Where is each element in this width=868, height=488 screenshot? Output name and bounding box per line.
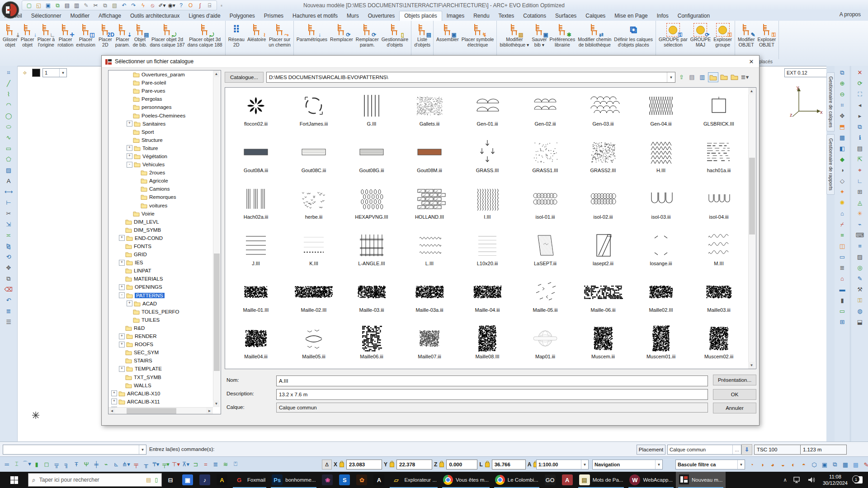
search-input[interactable]: ⌕ Taper ici pour rechercher ▤ ▯: [28, 473, 162, 487]
pattern-file-lasept-iii[interactable]: LaSEPT.iii: [516, 230, 574, 277]
cut-icon[interactable]: ✂: [91, 1, 100, 9]
menu-tab-configuration[interactable]: Configuration: [673, 11, 714, 21]
undo-icon[interactable]: ↶: [120, 1, 128, 9]
wall-double-icon[interactable]: ⌶: [12, 459, 22, 469]
pattern-file-grass2-iii[interactable]: GRASS2.III: [574, 137, 632, 183]
ribbon-button-exploser[interactable]: ⚿Exploser groupe: [712, 22, 733, 48]
length-field[interactable]: 36.766: [492, 460, 526, 469]
chevron-down-icon[interactable]: ▼: [59, 69, 66, 77]
scroll-right-icon[interactable]: ►: [206, 408, 213, 414]
clock[interactable]: 11:08 30/12/2024: [819, 474, 851, 487]
menu-tab-textes[interactable]: Textes: [494, 11, 519, 21]
pattern-file-i-iii[interactable]: I.III: [458, 183, 516, 230]
wall-free-icon[interactable]: ◻: [42, 459, 52, 469]
lights-icon[interactable]: ✺: [837, 198, 847, 207]
pattern-file-herbe-iii[interactable]: herbe.iii: [285, 183, 343, 230]
tree-item-pare-soleil[interactable]: Pare-soleil: [108, 79, 221, 87]
pattern-file-maille-03-iii[interactable]: Maille-03.iii: [343, 277, 401, 323]
volume-icon[interactable]: [805, 472, 819, 488]
menu-tab-cotations[interactable]: Cotations: [519, 11, 551, 21]
tree-item-end-cond[interactable]: +END-COND: [108, 234, 221, 242]
folder-search-icon[interactable]: [719, 72, 729, 81]
pattern-file-gen-01-iii[interactable]: Gen-01.iii: [458, 90, 516, 137]
beam-icon[interactable]: ▭: [837, 306, 847, 316]
highlight-icon[interactable]: O: [186, 1, 195, 9]
app-explorer[interactable]: ▱Explorateur ...: [387, 472, 440, 488]
layer-manager-tab[interactable]: Gestionnaire de calques: [826, 72, 835, 131]
expand-plus-icon[interactable]: +: [111, 399, 117, 404]
snap-node-icon[interactable]: ◒: [778, 460, 788, 469]
next-view-icon[interactable]: ▸: [855, 111, 865, 121]
task-view[interactable]: ⊟: [162, 472, 179, 488]
track-icon[interactable]: ⌁: [855, 220, 865, 229]
scrollbar-thumb[interactable]: [749, 158, 755, 235]
info-panel-icon[interactable]: ℹ: [855, 133, 865, 142]
menu-tab-affichage[interactable]: Affichage: [94, 11, 126, 21]
filter-select[interactable]: Bascule filtre ca▼: [675, 460, 745, 469]
ribbon-button-placer-[interactable]: ∟Placer à l'origine: [36, 22, 57, 48]
tree-item-vehicules[interactable]: -Vehicules: [108, 160, 221, 169]
pattern-file-maille05-iii[interactable]: Maille05.iii: [285, 323, 343, 369]
pen-tools-icon[interactable]: ✐▾: [158, 1, 166, 9]
presentation-button[interactable]: Présentation...: [713, 375, 756, 385]
pattern-file-gallets-iii[interactable]: Gallets.iii: [401, 90, 458, 137]
scroll-left-icon[interactable]: ◄: [108, 408, 115, 414]
move-icon[interactable]: ✥: [4, 263, 14, 272]
pattern-file-h-iii[interactable]: H.III: [632, 137, 690, 183]
wall-close-icon[interactable]: ⊐: [191, 459, 201, 469]
run-macro-icon[interactable]: ϟ: [139, 1, 147, 9]
clean-screen-icon[interactable]: ⬓: [855, 317, 865, 327]
wall-axis-icon[interactable]: ╥: [141, 459, 151, 469]
dimension-icon[interactable]: ⟷: [4, 187, 14, 197]
y-coordinate[interactable]: 22.378: [396, 460, 432, 469]
polar-icon[interactable]: ✳: [855, 209, 865, 218]
catalogue-button[interactable]: Catalogue...: [225, 72, 264, 83]
wall-mode-icon[interactable]: ⊤▾: [171, 459, 181, 469]
tree-item-walls[interactable]: WALLS: [108, 381, 221, 389]
menu-tab-ouvertures[interactable]: Ouvertures: [363, 11, 399, 21]
pattern-file-maille-05-iii[interactable]: Maille-05.iii: [516, 277, 574, 323]
tree-item-txt-symb[interactable]: TXT_SYMB: [108, 373, 221, 381]
mode-select[interactable]: Navigation▼: [592, 460, 663, 469]
app-amazon-music[interactable]: ♪: [196, 472, 213, 488]
grid-b-icon[interactable]: ▩: [851, 460, 861, 469]
tree-item-materials[interactable]: MATERIALS: [108, 275, 221, 283]
tree-item-sport[interactable]: Sport: [108, 128, 221, 136]
ribbon-button-objet[interactable]: ▤Objet de bib.: [132, 22, 149, 48]
lock-icon[interactable]: [485, 462, 490, 467]
tree-item-remorques[interactable]: Remorques: [108, 193, 221, 201]
pattern-file-gout08g-iii[interactable]: Gout08G.iii: [343, 137, 401, 183]
offset-icon[interactable]: ≍: [4, 230, 14, 240]
view-iso-icon[interactable]: ◆: [837, 155, 847, 164]
app-arcplus[interactable]: Nouveau m...: [676, 472, 726, 488]
ribbon-button-gestionnaire[interactable]: ▯Gestionnaire d'objets: [380, 22, 410, 48]
wall-info-icon[interactable]: ⍞: [231, 459, 241, 469]
view-top-icon[interactable]: ▦: [837, 133, 847, 142]
ribbon-button-groupe-par[interactable]: ⚿GROUPE par sélection: [657, 22, 689, 48]
draw-line-icon[interactable]: ╱: [4, 79, 14, 88]
qat-overflow-icon[interactable]: ⹀: [221, 2, 222, 9]
expand-plus-icon[interactable]: +: [127, 145, 132, 151]
expand-plus-icon[interactable]: +: [119, 260, 125, 266]
menu-tab-murs[interactable]: Murs: [342, 11, 363, 21]
collapse-minus-icon[interactable]: -: [127, 162, 132, 168]
tree-item-dim-levl[interactable]: DIM_LEVL: [108, 218, 221, 226]
ribbon-button-al-atoire[interactable]: ≀Aléatoire: [246, 22, 267, 43]
lock-icon[interactable]: [390, 462, 394, 467]
menu-tab-outils-architecturaux[interactable]: Outils architecturaux: [126, 11, 184, 21]
close-view-icon[interactable]: ✕: [855, 68, 865, 77]
extend-icon[interactable]: ⇲: [4, 220, 14, 229]
view-front-icon[interactable]: ◧: [837, 144, 847, 153]
save-icon[interactable]: ▣: [44, 1, 52, 9]
pattern-file-l-iii[interactable]: L.III: [401, 230, 458, 277]
menu-tab-mise-en-page[interactable]: Mise en Page: [610, 11, 652, 21]
menu-tab-s-lectionner[interactable]: Sélectionner: [27, 11, 66, 21]
copy-icon[interactable]: ⧉: [4, 274, 14, 283]
wall-arc-icon[interactable]: ⌒▾: [22, 459, 32, 469]
view-options-icon[interactable]: ≣▾: [740, 72, 750, 81]
expand-plus-icon[interactable]: +: [119, 366, 125, 372]
tree-item-sec-sym[interactable]: SEC_SYM: [108, 348, 221, 357]
fit-view-icon[interactable]: ⛶: [855, 89, 865, 99]
scroll-down-icon[interactable]: ▼: [213, 400, 220, 407]
expand-plus-icon[interactable]: +: [119, 284, 125, 290]
